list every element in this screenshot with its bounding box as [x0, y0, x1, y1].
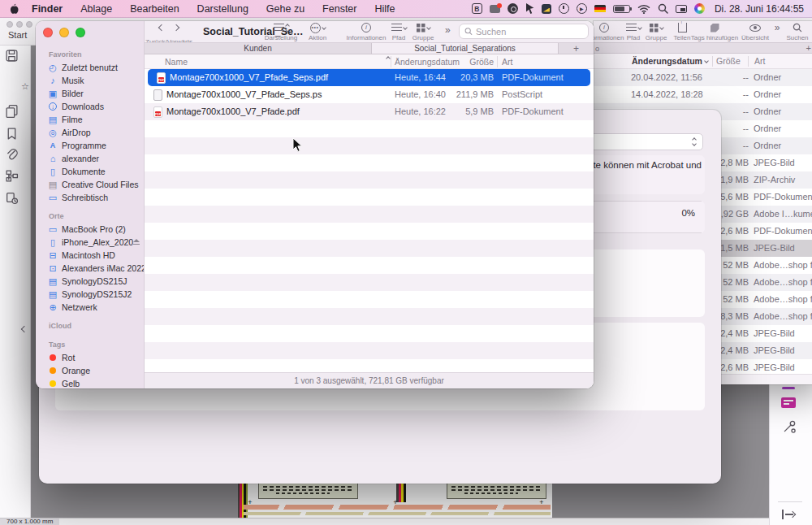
- attachment-icon[interactable]: [5, 148, 19, 162]
- sidebar-item-orange[interactable]: Orange: [36, 364, 144, 377]
- app-b-icon[interactable]: B: [472, 2, 482, 15]
- menu-finder[interactable]: Finder: [32, 3, 63, 15]
- column-art[interactable]: Art: [502, 57, 512, 67]
- search-input[interactable]: [476, 27, 583, 37]
- forward-icon[interactable]: [173, 24, 179, 31]
- sidebar-item-rot[interactable]: Rot: [36, 351, 144, 364]
- bookmark-icon[interactable]: [5, 127, 19, 141]
- wifi-icon[interactable]: [637, 2, 650, 15]
- menu-hilfe[interactable]: Hilfe: [375, 3, 395, 15]
- display-icon[interactable]: [676, 2, 687, 15]
- apple-menu-icon[interactable]: [8, 2, 19, 15]
- panel-collapse-icon[interactable]: [22, 320, 27, 335]
- sidebar-item-bilder[interactable]: ▣Bilder: [36, 87, 144, 100]
- pictures-icon: ▣: [47, 89, 58, 99]
- sidebar-item-synologyds215j2[interactable]: ▤SynologyDS215J2: [36, 288, 144, 301]
- tab-start[interactable]: Start: [8, 30, 27, 40]
- sidebar-item-schreibtisch[interactable]: ▭Schreibtisch: [36, 191, 144, 204]
- sidebar-item-alexanders-imac-2022[interactable]: ⊡Alexanders iMac 2022: [36, 262, 144, 275]
- menu-fenster[interactable]: Fenster: [322, 3, 356, 15]
- sidebar-item-creative-cloud-files[interactable]: ▤Creative Cloud Files: [36, 178, 144, 191]
- plate-label: [447, 482, 546, 499]
- sort-descending-icon: [704, 59, 709, 63]
- eye-icon: [749, 24, 761, 32]
- toolbar-gruppe[interactable]: Gruppe: [405, 23, 441, 41]
- menubar-clock[interactable]: Di. 28. Juni 16:44:55: [715, 3, 804, 15]
- sidebar-item-programme[interactable]: AProgramme: [36, 139, 144, 152]
- file-row[interactable]: Montage700x1000_V7_Pfade_Seps.psHeute, 1…: [145, 86, 594, 103]
- save-icon[interactable]: [5, 49, 19, 63]
- sidebar-item-netzwerk[interactable]: ⊕Netzwerk: [36, 301, 144, 314]
- flag-app-icon[interactable]: [542, 2, 551, 15]
- menu-gehe-zu[interactable]: Gehe zu: [266, 3, 304, 15]
- input-source-de-icon[interactable]: [594, 2, 606, 15]
- menubar: FinderAblageBearbeitenDarstellungGehe zu…: [0, 0, 812, 18]
- toolbar-aktion[interactable]: •••Aktion: [297, 23, 338, 41]
- row-kind: JPEG-Bild: [754, 243, 795, 253]
- sidebar-item-filme[interactable]: ▤Filme: [36, 113, 144, 126]
- control-center-icon[interactable]: [694, 2, 705, 15]
- sidebar-item-airdrop[interactable]: ◎AirDrop: [36, 126, 144, 139]
- search-field[interactable]: [459, 24, 589, 39]
- clock-app-icon[interactable]: [559, 2, 569, 15]
- sidebar-item-dokumente[interactable]: ▯Dokumente: [36, 165, 144, 178]
- sidebar-item-macintosh-hd[interactable]: ⊟Macintosh HD: [36, 249, 144, 262]
- sidebar-item-gelb[interactable]: Gelb: [36, 377, 144, 388]
- file-name: Montage700x1000_V7_Pfade_Seps.pdf: [170, 72, 328, 82]
- column-name[interactable]: Name: [165, 57, 188, 67]
- battery-icon[interactable]: [613, 2, 630, 15]
- sidebar-item-iphone-alex-2020[interactable]: ▯iPhone_Alex_2020: [36, 236, 144, 249]
- play-app-icon[interactable]: ▶: [577, 2, 587, 15]
- new-tab-button[interactable]: +: [559, 43, 594, 54]
- toolbar-suchen[interactable]: Suchen: [778, 23, 812, 41]
- spotlight-icon[interactable]: [658, 2, 668, 15]
- window-controls[interactable]: [43, 28, 85, 37]
- sidebar-item-alexander[interactable]: ⌂alexander: [36, 152, 144, 165]
- page-thumbnails-icon[interactable]: [5, 104, 19, 118]
- panel-expand-icon[interactable]: [782, 509, 795, 520]
- sidebar-item-synologyds215j[interactable]: ▤SynologyDS215J: [36, 275, 144, 288]
- tab-social-tutorial-separations[interactable]: Social_Tutorial_Separations: [372, 43, 559, 54]
- acrobat-statusbar: 700 x 1.000 mm: [0, 518, 812, 525]
- new-tab-button[interactable]: +: [806, 43, 811, 53]
- sidebar-item-label: Zuletzt benutzt: [62, 63, 118, 72]
- menu-ablage[interactable]: Ablage: [80, 3, 112, 15]
- color-band: [244, 512, 551, 515]
- dark-app-icon[interactable]: [508, 2, 518, 15]
- column-aenderungsdatum[interactable]: Änderungsdatum: [632, 56, 702, 66]
- background-finder-tabbar[interactable]: o +: [594, 42, 812, 54]
- sidebar-item-label: SynologyDS215J: [62, 276, 127, 286]
- column-groesse[interactable]: Größe: [445, 57, 494, 67]
- column-groesse[interactable]: Größe: [716, 56, 741, 66]
- file-row[interactable]: PDFMontage700x1000_V7_Pfade.pdfHeute, 16…: [145, 103, 594, 120]
- eject-icon[interactable]: [133, 239, 137, 245]
- empty-row: [145, 154, 594, 171]
- tab-kunden[interactable]: Kunden: [145, 43, 372, 54]
- table-row[interactable]: 14.04.2022, 18:28--Ordner: [594, 86, 812, 103]
- sidebar-item-zuletzt-benutzt[interactable]: ◴Zuletzt benutzt: [36, 61, 144, 74]
- sidebar-item-label: Orange: [62, 366, 90, 375]
- column-art[interactable]: Art: [754, 56, 765, 66]
- star-icon[interactable]: ☆: [21, 81, 29, 92]
- tag-dot-gelb: [50, 380, 56, 387]
- export-doc-icon[interactable]: [5, 191, 19, 205]
- sidebar-item-macbook-pro-2[interactable]: ▭MacBook Pro (2): [36, 223, 144, 236]
- more-chevrons-icon[interactable]: »: [445, 24, 451, 36]
- finder-toolbar: Zurück/Vorwärts Social_Tutorial_Se… Dars…: [145, 21, 594, 42]
- print-production-icon[interactable]: [782, 419, 797, 434]
- menu-darstellung[interactable]: Darstellung: [197, 3, 248, 15]
- screen-record-icon[interactable]: [490, 2, 500, 15]
- file-row[interactable]: PDFMontage700x1000_V7_Pfade_Seps.pdfHeut…: [148, 69, 590, 86]
- cursor-tool-icon[interactable]: [525, 2, 534, 15]
- table-row[interactable]: 20.04.2022, 11:56--Ordner: [594, 69, 812, 86]
- layers-tree-icon[interactable]: [5, 169, 19, 183]
- back-icon[interactable]: [158, 24, 165, 31]
- output-preview-icon[interactable]: [781, 397, 796, 408]
- sidebar-item-downloads[interactable]: ↓Downloads: [36, 100, 144, 113]
- sidebar-item-label: SynologyDS215J2: [62, 289, 132, 299]
- imac-icon: ⊡: [47, 263, 58, 274]
- group-icon: [650, 24, 659, 33]
- menu-bearbeiten[interactable]: Bearbeiten: [130, 3, 179, 15]
- window-controls-inactive[interactable]: [6, 21, 32, 28]
- sidebar-item-musik[interactable]: ♪Musik: [36, 74, 144, 87]
